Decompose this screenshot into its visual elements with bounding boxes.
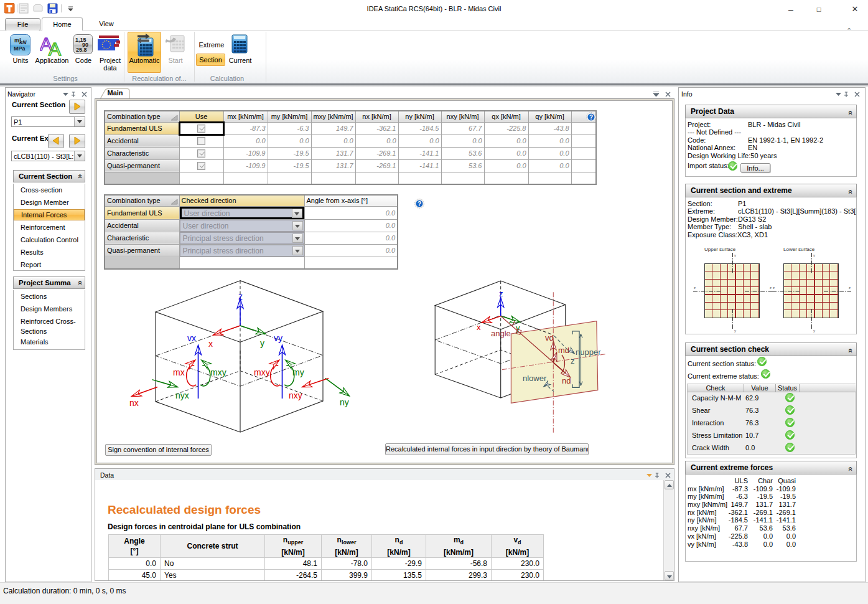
svg-text:z: z [694,286,696,290]
svg-text:?: ? [589,114,593,121]
svg-text:vd: vd [545,333,554,342]
svg-text:?: ? [418,201,421,207]
svg-text:nd: nd [562,376,571,385]
svg-text:my: my [292,367,304,377]
svg-text:z: z [499,289,503,298]
svg-text:mx: mx [173,367,185,377]
svg-text:vx: vx [187,333,196,343]
svg-text:z: z [773,286,775,290]
svg-text:ny: ny [340,397,349,407]
svg-text:mxy: mxy [210,367,226,377]
svg-text:A: A [49,39,61,57]
svg-text:x: x [477,323,481,332]
svg-text:y: y [734,253,736,257]
svg-text:nxy: nxy [289,390,302,400]
svg-text:mxy: mxy [254,367,270,377]
svg-text:MPa: MPa [14,45,26,52]
svg-text:y: y [813,253,815,257]
svg-text:angle: angle [491,329,511,338]
svg-text:y: y [734,329,736,333]
svg-text:nx: nx [129,398,139,408]
svg-text:y: y [813,329,815,333]
svg-text:z: z [238,291,243,301]
svg-text:z: z [849,286,851,290]
svg-text:vy: vy [274,333,282,343]
svg-text:y: y [260,338,264,348]
svg-text:z: z [571,356,575,366]
svg-text:kN: kN [19,39,27,45]
svg-text:25.8: 25.8 [76,47,87,53]
svg-text:nlower: nlower [523,374,547,383]
svg-text:nyx: nyx [175,390,189,400]
svg-text:x: x [208,339,213,349]
svg-text:md: md [558,346,569,355]
